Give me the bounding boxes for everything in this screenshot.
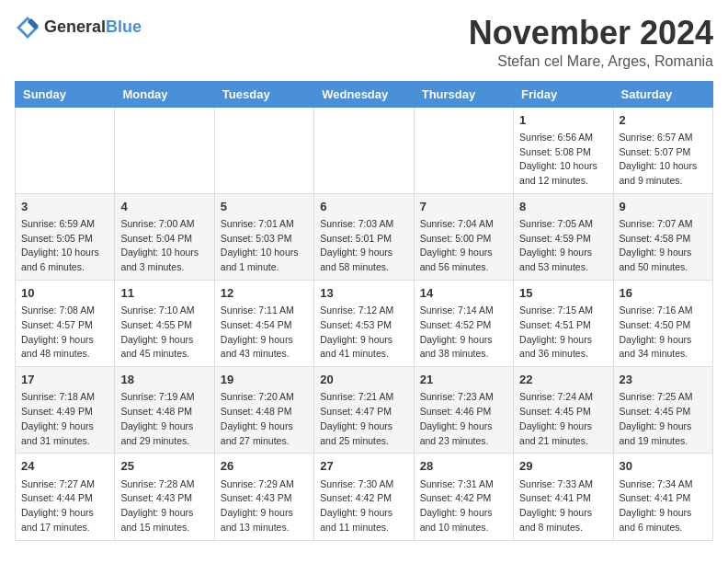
calendar-cell: 14Sunrise: 7:14 AMSunset: 4:52 PMDayligh… xyxy=(414,280,513,366)
calendar-cell: 29Sunrise: 7:33 AMSunset: 4:41 PMDayligh… xyxy=(514,454,613,540)
day-info: Sunrise: 7:10 AMSunset: 4:55 PMDaylight:… xyxy=(120,304,208,362)
weekday-header-friday: Friday xyxy=(514,81,613,107)
calendar-cell: 20Sunrise: 7:21 AMSunset: 4:47 PMDayligh… xyxy=(314,367,414,454)
day-number: 20 xyxy=(320,372,407,388)
day-info: Sunrise: 7:07 AMSunset: 4:58 PMDaylight:… xyxy=(620,217,707,275)
day-number: 18 xyxy=(120,372,208,388)
weekday-header-monday: Monday xyxy=(115,81,214,107)
calendar-cell xyxy=(214,107,313,193)
calendar-cell: 7Sunrise: 7:04 AMSunset: 5:00 PMDaylight… xyxy=(414,193,513,280)
calendar-cell: 5Sunrise: 7:01 AMSunset: 5:03 PMDaylight… xyxy=(214,193,313,280)
day-number: 6 xyxy=(320,199,407,215)
calendar-cell: 15Sunrise: 7:15 AMSunset: 4:51 PMDayligh… xyxy=(514,280,613,366)
day-info: Sunrise: 7:04 AMSunset: 5:00 PMDaylight:… xyxy=(420,217,507,275)
day-info: Sunrise: 6:56 AMSunset: 5:08 PMDaylight:… xyxy=(519,131,607,189)
calendar-cell: 22Sunrise: 7:24 AMSunset: 4:45 PMDayligh… xyxy=(514,367,613,454)
day-info: Sunrise: 6:57 AMSunset: 5:07 PMDaylight:… xyxy=(620,131,707,189)
day-info: Sunrise: 7:30 AMSunset: 4:42 PMDaylight:… xyxy=(320,477,407,535)
calendar-cell: 19Sunrise: 7:20 AMSunset: 4:48 PMDayligh… xyxy=(214,367,313,454)
calendar-cell: 26Sunrise: 7:29 AMSunset: 4:43 PMDayligh… xyxy=(214,454,313,540)
calendar-cell: 2Sunrise: 6:57 AMSunset: 5:07 PMDaylight… xyxy=(613,107,712,193)
day-info: Sunrise: 7:00 AMSunset: 5:04 PMDaylight:… xyxy=(120,217,208,275)
day-number: 29 xyxy=(519,458,607,475)
day-number: 27 xyxy=(320,458,407,475)
month-title: November 2024 xyxy=(469,15,713,52)
day-info: Sunrise: 7:14 AMSunset: 4:52 PMDaylight:… xyxy=(420,304,507,362)
calendar-cell: 6Sunrise: 7:03 AMSunset: 5:01 PMDaylight… xyxy=(314,193,414,280)
day-info: Sunrise: 7:18 AMSunset: 4:49 PMDaylight:… xyxy=(21,390,108,448)
day-info: Sunrise: 7:27 AMSunset: 4:44 PMDaylight:… xyxy=(21,477,108,535)
location-title: Stefan cel Mare, Arges, Romania xyxy=(469,53,713,70)
calendar-cell: 21Sunrise: 7:23 AMSunset: 4:46 PMDayligh… xyxy=(414,367,513,454)
day-number: 2 xyxy=(620,112,707,129)
week-row-2: 3Sunrise: 6:59 AMSunset: 5:05 PMDaylight… xyxy=(16,193,713,280)
logo: GeneralBlue xyxy=(15,15,142,40)
calendar-cell: 3Sunrise: 6:59 AMSunset: 5:05 PMDaylight… xyxy=(16,193,115,280)
week-row-4: 17Sunrise: 7:18 AMSunset: 4:49 PMDayligh… xyxy=(16,367,713,454)
weekday-header-wednesday: Wednesday xyxy=(314,81,414,107)
calendar-table: SundayMondayTuesdayWednesdayThursdayFrid… xyxy=(15,81,713,541)
weekday-header-row: SundayMondayTuesdayWednesdayThursdayFrid… xyxy=(16,81,713,107)
day-number: 5 xyxy=(221,199,308,215)
day-number: 23 xyxy=(620,372,707,388)
calendar-cell: 8Sunrise: 7:05 AMSunset: 4:59 PMDaylight… xyxy=(514,193,613,280)
day-info: Sunrise: 7:23 AMSunset: 4:46 PMDaylight:… xyxy=(420,390,507,448)
week-row-5: 24Sunrise: 7:27 AMSunset: 4:44 PMDayligh… xyxy=(16,454,713,540)
day-info: Sunrise: 7:33 AMSunset: 4:41 PMDaylight:… xyxy=(519,477,607,535)
day-number: 1 xyxy=(519,112,607,129)
day-number: 17 xyxy=(21,372,108,388)
day-info: Sunrise: 7:20 AMSunset: 4:48 PMDaylight:… xyxy=(221,390,308,448)
day-info: Sunrise: 7:12 AMSunset: 4:53 PMDaylight:… xyxy=(320,304,407,362)
calendar-cell: 30Sunrise: 7:34 AMSunset: 4:41 PMDayligh… xyxy=(613,454,712,540)
day-number: 28 xyxy=(420,458,507,475)
calendar-cell: 11Sunrise: 7:10 AMSunset: 4:55 PMDayligh… xyxy=(115,280,214,366)
calendar-cell: 16Sunrise: 7:16 AMSunset: 4:50 PMDayligh… xyxy=(613,280,712,366)
day-number: 25 xyxy=(120,458,208,475)
calendar-cell xyxy=(115,107,214,193)
weekday-header-saturday: Saturday xyxy=(613,81,712,107)
day-info: Sunrise: 7:01 AMSunset: 5:03 PMDaylight:… xyxy=(221,217,308,275)
day-info: Sunrise: 7:29 AMSunset: 4:43 PMDaylight:… xyxy=(221,477,308,535)
day-info: Sunrise: 7:03 AMSunset: 5:01 PMDaylight:… xyxy=(320,217,407,275)
calendar-cell: 9Sunrise: 7:07 AMSunset: 4:58 PMDaylight… xyxy=(613,193,712,280)
header: GeneralBlue November 2024 Stefan cel Mar… xyxy=(15,15,713,70)
calendar-cell: 10Sunrise: 7:08 AMSunset: 4:57 PMDayligh… xyxy=(16,280,115,366)
day-number: 10 xyxy=(21,285,108,302)
calendar-cell: 24Sunrise: 7:27 AMSunset: 4:44 PMDayligh… xyxy=(16,454,115,540)
calendar-cell: 4Sunrise: 7:00 AMSunset: 5:04 PMDaylight… xyxy=(115,193,214,280)
day-info: Sunrise: 7:08 AMSunset: 4:57 PMDaylight:… xyxy=(21,304,108,362)
calendar-cell: 23Sunrise: 7:25 AMSunset: 4:45 PMDayligh… xyxy=(613,367,712,454)
day-number: 14 xyxy=(420,285,507,302)
week-row-3: 10Sunrise: 7:08 AMSunset: 4:57 PMDayligh… xyxy=(16,280,713,366)
day-info: Sunrise: 7:19 AMSunset: 4:48 PMDaylight:… xyxy=(120,390,208,448)
day-number: 11 xyxy=(120,285,208,302)
day-info: Sunrise: 7:11 AMSunset: 4:54 PMDaylight:… xyxy=(221,304,308,362)
day-info: Sunrise: 7:15 AMSunset: 4:51 PMDaylight:… xyxy=(519,304,607,362)
day-number: 3 xyxy=(21,199,108,215)
day-number: 16 xyxy=(620,285,707,302)
day-info: Sunrise: 7:05 AMSunset: 4:59 PMDaylight:… xyxy=(519,217,607,275)
day-number: 19 xyxy=(221,372,308,388)
day-number: 26 xyxy=(221,458,308,475)
day-number: 21 xyxy=(420,372,507,388)
day-info: Sunrise: 7:34 AMSunset: 4:41 PMDaylight:… xyxy=(620,477,707,535)
day-number: 22 xyxy=(519,372,607,388)
calendar-cell xyxy=(314,107,414,193)
day-info: Sunrise: 7:31 AMSunset: 4:42 PMDaylight:… xyxy=(420,477,507,535)
day-info: Sunrise: 7:21 AMSunset: 4:47 PMDaylight:… xyxy=(320,390,407,448)
day-number: 4 xyxy=(120,199,208,215)
day-number: 15 xyxy=(519,285,607,302)
day-number: 7 xyxy=(420,199,507,215)
day-number: 24 xyxy=(21,458,108,475)
weekday-header-thursday: Thursday xyxy=(414,81,513,107)
weekday-header-sunday: Sunday xyxy=(16,81,115,107)
weekday-header-tuesday: Tuesday xyxy=(214,81,313,107)
day-number: 13 xyxy=(320,285,407,302)
calendar-cell xyxy=(414,107,513,193)
day-info: Sunrise: 6:59 AMSunset: 5:05 PMDaylight:… xyxy=(21,217,108,275)
calendar-cell xyxy=(16,107,115,193)
calendar-cell: 18Sunrise: 7:19 AMSunset: 4:48 PMDayligh… xyxy=(115,367,214,454)
calendar-cell: 28Sunrise: 7:31 AMSunset: 4:42 PMDayligh… xyxy=(414,454,513,540)
day-number: 8 xyxy=(519,199,607,215)
logo-general: GeneralBlue xyxy=(44,18,142,37)
